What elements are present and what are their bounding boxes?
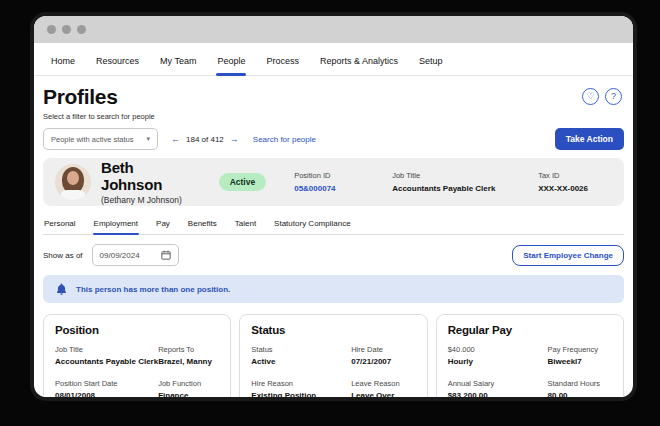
search-for-people-link[interactable]: Search for people — [253, 135, 316, 144]
page-subtitle: Select a filter to search for people — [43, 112, 624, 121]
tab-statutory-compliance[interactable]: Statutory Compliance — [273, 213, 351, 234]
bell-icon — [56, 283, 67, 295]
show-as-of-date-input[interactable]: 09/09/2024 — [92, 244, 179, 266]
tab-personal[interactable]: Personal — [43, 213, 77, 234]
browser-window: Home Resources My Team People Process Re… — [30, 12, 637, 401]
tab-employment[interactable]: Employment — [93, 213, 139, 234]
card-field-value: 07/21/2007 — [351, 357, 415, 366]
card-field: Annual Salary $83,200.00 — [448, 379, 548, 400]
chevron-down-icon: ▾ — [146, 135, 150, 143]
banner-text: This person has more than one position. — [76, 285, 230, 294]
card-field: Reports To Brazel, Manny — [158, 345, 219, 366]
card-field: Status Active — [251, 345, 351, 366]
card-field-value: Leave Over — [351, 391, 415, 400]
card-field-value: Biweekl7 — [548, 357, 612, 366]
card-field: Hire Date 07/21/2007 — [351, 345, 415, 366]
nav-item-setup[interactable]: Setup — [418, 46, 444, 75]
previous-person-arrow-icon[interactable]: ← — [171, 134, 180, 144]
avatar-face — [67, 171, 79, 185]
card-field-value: Accountants Payable Clerk — [55, 357, 158, 366]
tab-pay[interactable]: Pay — [155, 213, 171, 234]
nav-item-my-team[interactable]: My Team — [159, 46, 197, 75]
position-card: Position Job Title Accountants Payable C… — [43, 314, 231, 401]
card-field-value: 80.00 — [548, 391, 612, 400]
next-person-arrow-icon[interactable]: → — [230, 134, 239, 144]
card-field-value: Hourly — [448, 357, 548, 366]
field-value: XXX-XX-0026 — [538, 184, 588, 193]
date-value: 09/09/2024 — [100, 251, 140, 260]
card-field-value: Existing Position — [251, 391, 351, 400]
employee-field-job-title: Job Title Accountants Payable Clerk — [392, 171, 514, 193]
people-filter-dropdown[interactable]: People with active status ▾ — [43, 128, 158, 150]
card-field: Hire Reason Existing Position — [251, 379, 351, 400]
filter-row: People with active status ▾ ← 184 of 412… — [43, 128, 624, 150]
card-field-label: Standard Hours — [548, 379, 612, 388]
help-icon[interactable]: ? — [605, 88, 622, 105]
take-action-button[interactable]: Take Action — [555, 128, 624, 150]
card-field-label: Pay Frequency — [548, 345, 612, 354]
regular-pay-card: Regular Pay $40.000 Hourly Pay Frequency… — [436, 314, 624, 401]
card-field-label: Reports To — [158, 345, 219, 354]
nav-item-people[interactable]: People — [216, 46, 246, 75]
employee-alt-name: (Bethany M Johnson) — [101, 195, 191, 205]
tab-talent[interactable]: Talent — [234, 213, 257, 234]
show-as-of-row: Show as of 09/09/2024 Start Employee Cha… — [43, 244, 624, 266]
card-title: Regular Pay — [448, 324, 612, 336]
start-employee-change-button[interactable]: Start Employee Change — [512, 245, 624, 266]
card-field: Standard Hours 80.00 — [548, 379, 612, 400]
card-field: Leave Reason Leave Over — [351, 379, 415, 400]
status-card: Status Status Active Hire Date 07/21/200… — [239, 314, 427, 401]
card-field: Job Function Finance — [158, 379, 219, 400]
card-field-label: Position Start Date — [55, 379, 158, 388]
nav-item-home[interactable]: Home — [50, 46, 76, 75]
field-label: Job Title — [392, 171, 514, 180]
card-field-value: Active — [251, 357, 351, 366]
card-field-label: Hire Date — [351, 345, 415, 354]
field-label: Tax ID — [538, 171, 588, 180]
summary-cards: Position Job Title Accountants Payable C… — [43, 314, 624, 401]
dropdown-selected-value: People with active status — [51, 135, 134, 144]
card-field-value: Finance — [158, 391, 219, 400]
status-badge: Active — [219, 173, 267, 191]
calendar-icon[interactable] — [161, 250, 171, 260]
favorite-heart-icon[interactable]: ♡ — [582, 88, 599, 105]
employee-field-position-id: Position ID 05&000074 — [294, 171, 368, 193]
card-field-value: 08/01/2008 — [55, 391, 158, 400]
main-nav: Home Resources My Team People Process Re… — [34, 43, 633, 76]
show-as-of-label: Show as of — [43, 251, 83, 260]
window-control-close[interactable] — [47, 25, 56, 34]
card-title: Position — [55, 324, 219, 336]
position-id-link[interactable]: 05&000074 — [294, 184, 368, 193]
card-field-label: Hire Reason — [251, 379, 351, 388]
pagination-count: 184 of 412 — [186, 135, 224, 144]
card-field-label: Annual Salary — [448, 379, 548, 388]
field-value: Accountants Payable Clerk — [392, 184, 514, 193]
window-titlebar — [34, 16, 633, 43]
card-field-label: Leave Reason — [351, 379, 415, 388]
card-field-value: $83,200.00 — [448, 391, 548, 400]
employee-name: Beth Johnson — [101, 159, 191, 193]
nav-item-resources[interactable]: Resources — [95, 46, 140, 75]
card-field: Position Start Date 08/01/2008 — [55, 379, 158, 400]
page-title: Profiles — [43, 85, 118, 109]
employee-header: Beth Johnson (Bethany M Johnson) Active … — [43, 158, 624, 206]
card-field: $40.000 Hourly — [448, 345, 548, 366]
tab-benefits[interactable]: Benefits — [187, 213, 218, 234]
multi-position-banner: This person has more than one position. — [43, 275, 624, 303]
nav-item-reports-analytics[interactable]: Reports & Analytics — [319, 46, 399, 75]
card-field-label: Job Title — [55, 345, 158, 354]
nav-item-process[interactable]: Process — [265, 46, 300, 75]
field-label: Position ID — [294, 171, 368, 180]
page-content: Profiles ♡ ? Select a filter to search f… — [34, 76, 633, 401]
window-control-minimize[interactable] — [62, 25, 71, 34]
avatar-shirt — [60, 190, 86, 200]
profile-tabs: Personal Employment Pay Benefits Talent … — [43, 213, 624, 235]
employee-avatar — [55, 164, 91, 200]
card-field: Job Title Accountants Payable Clerk — [55, 345, 158, 366]
window-control-maximize[interactable] — [77, 25, 86, 34]
card-field-label: $40.000 — [448, 345, 548, 354]
card-field-value: Brazel, Manny — [158, 357, 219, 366]
card-field-label: Status — [251, 345, 351, 354]
card-title: Status — [251, 324, 415, 336]
employee-field-tax-id: Tax ID XXX-XX-0026 — [538, 171, 588, 193]
